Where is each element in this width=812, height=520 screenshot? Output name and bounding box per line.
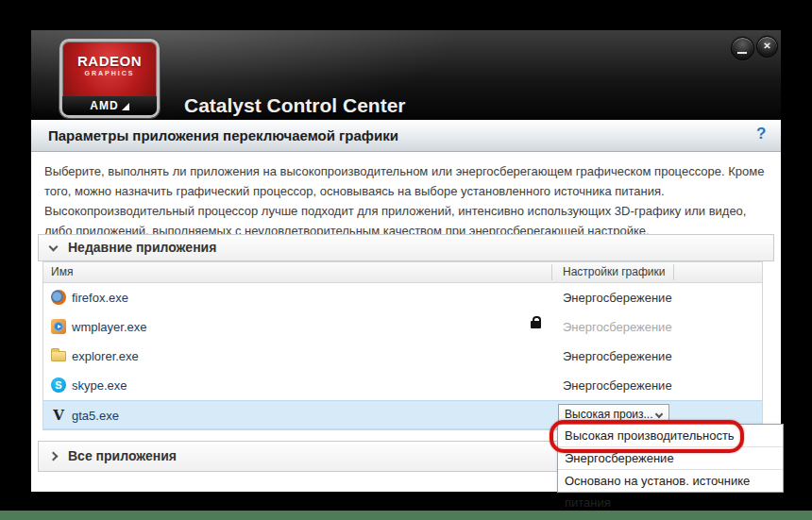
- gta5-icon: V: [51, 408, 66, 423]
- close-icon: ✕: [763, 41, 770, 51]
- chevron-down-icon: [49, 243, 59, 252]
- skype-icon: S: [51, 377, 66, 393]
- section-all-label: Все приложения: [68, 442, 177, 471]
- section-recent-label: Недавние приложения: [68, 235, 216, 260]
- app-name: wmplayer.exe: [72, 312, 146, 342]
- graphics-setting-combobox[interactable]: Высокая произ...: [558, 404, 669, 425]
- description-text: Выберите, выполнять ли приложения на выс…: [44, 161, 766, 241]
- title-banner: RADEON GRAPHICS AMD Catalyst Control Cen…: [31, 30, 781, 120]
- graphics-setting-value: Энергосбережение: [563, 371, 672, 400]
- app-name: gta5.exe: [72, 401, 119, 430]
- help-icon[interactable]: ?: [756, 125, 766, 143]
- chevron-down-icon: [655, 411, 663, 418]
- app-title: Catalyst Control Center: [184, 94, 406, 117]
- dropdown-option-high-performance[interactable]: Высокая производительность: [558, 425, 783, 446]
- logo-radeon-text: RADEON: [62, 53, 157, 69]
- dropdown-option-based-on-power-source[interactable]: Основано на установ. источнике питания: [558, 469, 783, 492]
- applications-table: Имя Настройки графики firefox.exe Энерго…: [42, 261, 763, 430]
- close-button[interactable]: ✕: [756, 36, 778, 58]
- graphics-setting-value: Энергосбережение: [563, 342, 672, 371]
- wmplayer-icon: [51, 319, 66, 334]
- column-divider: [673, 264, 674, 280]
- graphics-setting-value: Энергосбережение: [563, 312, 672, 342]
- page-header: Параметры приложения переключаемой графи…: [31, 120, 781, 152]
- table-row-wmplayer[interactable]: wmplayer.exe Энергосбережение: [43, 312, 762, 342]
- logo-graphics-text: GRAPHICS: [62, 70, 157, 76]
- app-name: explorer.exe: [72, 342, 139, 371]
- dropdown-option-power-saving[interactable]: Энергосбережение: [558, 446, 783, 469]
- graphics-setting-dropdown-list: Высокая производительность Энергосбереже…: [557, 424, 784, 493]
- minimize-button[interactable]: [731, 37, 754, 60]
- explorer-folder-icon: [51, 351, 66, 361]
- combobox-selected-value: Высокая произ...: [565, 405, 653, 424]
- app-name: firefox.exe: [72, 283, 128, 312]
- column-divider: [551, 264, 552, 280]
- table-row-skype[interactable]: S skype.exe Энергосбережение: [43, 371, 762, 400]
- catalyst-window: RADEON GRAPHICS AMD Catalyst Control Cen…: [31, 30, 781, 492]
- bottom-green-strip: [0, 511, 812, 520]
- lock-icon: [531, 321, 541, 328]
- page-title: Параметры приложения переключаемой графи…: [48, 120, 398, 151]
- table-row-explorer[interactable]: explorer.exe Энергосбережение: [43, 342, 762, 371]
- app-name: skype.exe: [72, 371, 127, 400]
- table-row-firefox[interactable]: firefox.exe Энергосбережение: [43, 283, 762, 312]
- chevron-right-icon: [49, 452, 59, 461]
- column-header-settings: Настройки графики: [563, 262, 665, 282]
- section-recent-applications[interactable]: Недавние приложения: [38, 234, 774, 261]
- amd-logo: AMD: [62, 96, 157, 115]
- radeon-graphics-logo: RADEON GRAPHICS AMD: [59, 39, 160, 118]
- column-header-name: Имя: [51, 262, 73, 282]
- firefox-icon: [51, 290, 66, 305]
- table-header: Имя Настройки графики: [43, 262, 762, 283]
- graphics-setting-value: Энергосбережение: [563, 283, 672, 312]
- minimize-icon: [737, 52, 747, 54]
- amd-arrow-icon: [122, 103, 129, 110]
